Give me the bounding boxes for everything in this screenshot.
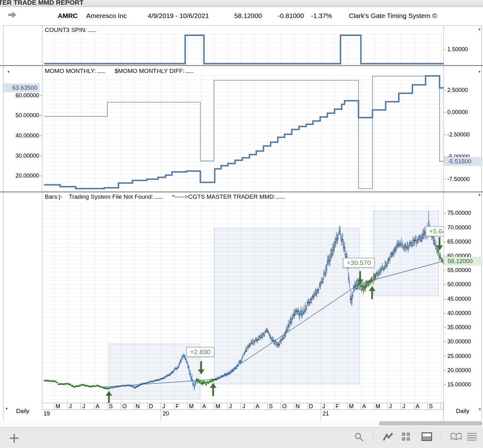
last-price: 58.12000 [234,12,262,20]
year-axis: 192021 [42,410,444,420]
axis-tick [444,256,446,256]
axis-tick-label: 25.00000 [447,353,482,359]
dropdown-arrow-icon[interactable] [478,407,482,411]
axis-tick [40,95,42,96]
axis-tick-label: 30.00000 [447,338,482,345]
axis-tick [444,342,446,342]
month-label: J [321,403,334,409]
dropdown-arrow-icon[interactable] [4,406,9,411]
momo-current-value-badge: 63.63500 [3,83,39,92]
axis-tick [444,49,446,50]
month-label: J [81,403,94,409]
value-underscore [154,195,163,199]
axis-tick [40,115,42,116]
axis-tick [40,156,42,156]
month-label: J [228,403,241,409]
month-label: D [148,403,161,409]
dropdown-arrow-icon[interactable] [477,193,482,197]
month-label: M [348,403,361,409]
month-label: A [254,403,268,409]
axis-tick [444,227,446,228]
month-label: M [54,403,68,409]
month-label: J [161,403,174,409]
month-label: S [428,403,441,409]
axis-tick-label: 40.00000 [447,310,482,316]
toolbar-divider [373,432,373,444]
toolbar-divider [441,432,441,444]
axis-tick-label: 2.50000 [447,87,482,93]
axis-tick [444,284,446,285]
trade-gain-annotation: +5.64 [426,226,444,236]
month-axis: MJJASONDJFMAMJJASONDJFMAMJJAS [42,403,444,410]
timeframe-selector-left[interactable]: Daily [3,403,42,420]
date-range: 4/9/2019 - 10/6/2021 [148,12,209,20]
indicator-line-icon[interactable] [383,432,393,443]
split-panel-icon[interactable] [421,432,432,442]
axis-tick [444,270,446,270]
axis-tick-label: 45.00000 [447,296,482,302]
month-label: M [214,403,228,409]
month-label: A [414,403,428,409]
month-label: J [401,403,414,409]
month-label: J [241,403,254,409]
price-change: -0.81000 [278,12,304,20]
axis-tick [444,327,446,328]
window-titlebar[interactable]: TER TRADE MMD REPORT [0,0,483,7]
axis-tick-label: 55.00000 [447,267,482,273]
search-icon[interactable] [354,432,364,443]
count3-spin-label: COUNT3 SPIN: [45,27,97,33]
momo-monthly-chart [42,66,444,191]
axis-tick [444,112,446,112]
count3-spin-chart [42,25,444,65]
axis-tick-label: 0.00000 [447,109,482,115]
month-label: S [108,403,121,409]
price-current-value-badge: 58.12000 [444,257,482,266]
year-label: 21 [321,410,444,420]
book-icon[interactable] [450,432,462,443]
price-bars-chart [42,193,444,403]
month-label: J [388,403,401,409]
axis-tick-label: 65.00000 [447,239,482,245]
menu-icon[interactable] [467,432,477,442]
grid-layout-icon[interactable] [402,432,410,442]
axis-tick [40,176,42,176]
axis-tick [444,179,446,179]
horizontal-scrollbar[interactable] [0,420,483,427]
axis-tick [444,313,446,313]
month-label [441,403,444,409]
dropdown-arrow-icon[interactable] [6,70,11,74]
value-underscore [276,195,285,199]
value-underscore [88,28,96,32]
forward-arrow-icon[interactable] [8,11,17,20]
month-label: J [68,403,81,409]
panel-separator[interactable] [0,191,483,192]
month-label: A [94,403,108,409]
scrollbar-thumb[interactable] [379,421,482,426]
axis-tick [444,384,446,385]
value-underscore [185,69,194,73]
month-label: N [294,403,307,409]
timeframe-selector-right[interactable]: Daily [444,403,481,420]
frame-line [444,25,444,410]
dropdown-arrow-icon[interactable] [477,70,482,74]
axis-tick [444,213,446,213]
month-label: A [201,403,214,409]
year-label: 19 [42,410,161,420]
brand-label: Clark's Gate Timing System © [349,12,437,20]
axis-tick-label: 35.00000 [447,324,482,330]
dropdown-arrow-icon[interactable] [477,27,482,32]
axis-tick-label: 30.00000 [0,153,39,159]
axis-tick [444,370,446,371]
bottom-toolbar [0,427,483,448]
add-icon[interactable] [9,433,19,444]
window-title: TER TRADE MMD REPORT [0,0,84,6]
month-label: M [188,403,201,409]
axis-tick-label: 20.00000 [0,173,39,179]
axis-tick [444,90,446,90]
month-label: F [174,403,188,409]
company-name: Ameresco Inc [86,12,127,20]
month-label: F [334,403,348,409]
price-bars-panel: Bars:|-Trading System File Not Found:^--… [42,193,444,403]
month-label: M [374,403,388,409]
axis-tick [444,356,446,356]
